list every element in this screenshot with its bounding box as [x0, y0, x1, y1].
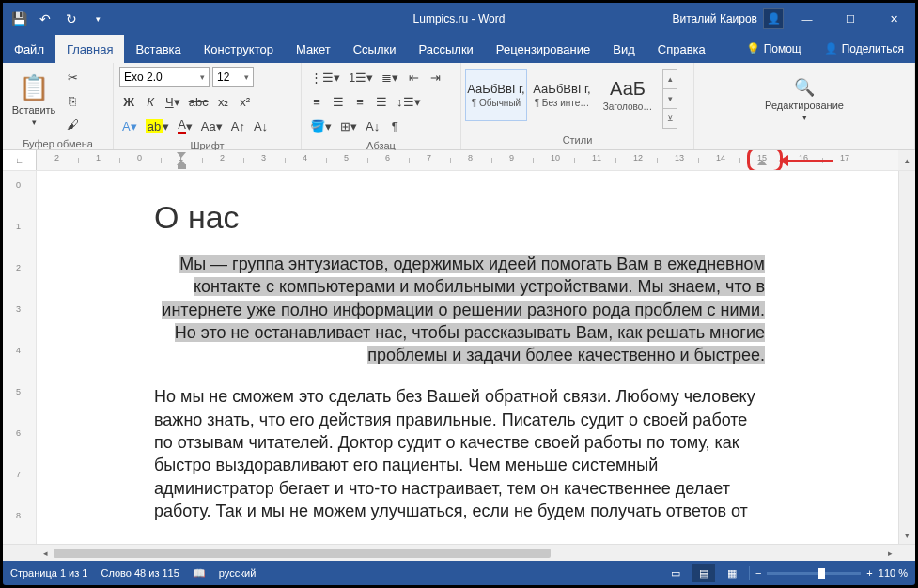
view-web-icon[interactable]: ▦: [721, 564, 743, 582]
sort-button[interactable]: A↓: [363, 116, 382, 136]
styles-scroller: ▴ ▾ ⊻: [662, 69, 677, 129]
user-name: Виталий Каиров: [672, 12, 757, 25]
superscript-button[interactable]: x²: [236, 91, 255, 112]
share-button[interactable]: 👤Поделиться: [813, 35, 915, 63]
ribbon: 📋 Вставить ▾ ✂ ⎘ 🖌 Буфер обмена Exo 2.0▾…: [3, 63, 915, 150]
italic-button[interactable]: К: [141, 91, 160, 112]
tab-help[interactable]: Справка: [646, 35, 717, 63]
cut-button[interactable]: ✂: [63, 67, 82, 87]
redo-icon[interactable]: ↻: [59, 7, 84, 31]
styles-down-icon[interactable]: ▾: [663, 89, 677, 109]
zoom-level[interactable]: 110 %: [879, 567, 908, 579]
line-spacing-button[interactable]: ↕☰▾: [394, 91, 424, 112]
quick-access-toolbar: 💾 ↶ ↻ ▾: [3, 7, 114, 31]
increase-indent-button[interactable]: ⇥: [426, 67, 444, 87]
justify-button[interactable]: ☰: [372, 91, 391, 112]
share-icon: 👤: [824, 42, 838, 55]
tab-file[interactable]: Файл: [3, 35, 55, 63]
bold-button[interactable]: Ж: [119, 91, 138, 112]
document-canvas[interactable]: О нас Мы — группа энтузиастов, одержимых…: [37, 171, 898, 544]
chevron-down-icon: ▾: [32, 117, 37, 127]
style-heading1[interactable]: АаБ Заголово…: [597, 69, 659, 121]
separator: [749, 566, 750, 580]
tab-view[interactable]: Вид: [601, 35, 646, 63]
user-account[interactable]: Виталий Каиров 👤: [672, 8, 784, 29]
scroll-left-icon[interactable]: ◂: [37, 549, 54, 558]
editing-button[interactable]: 🔍 Редактирование ▾: [779, 67, 830, 132]
paragraph: Но мы не сможем это сделать без Вашей об…: [154, 385, 765, 522]
zoom-knob[interactable]: [818, 568, 825, 579]
horizontal-scrollbar[interactable]: ◂ ▸: [3, 544, 915, 561]
scroll-up-icon[interactable]: ▴: [898, 150, 915, 170]
vertical-scrollbar[interactable]: ▾: [898, 171, 915, 544]
copy-button[interactable]: ⎘: [63, 90, 82, 111]
tab-selector[interactable]: ∟: [3, 150, 37, 170]
borders-button[interactable]: ⊞▾: [337, 116, 360, 136]
tab-mailings[interactable]: Рассылки: [407, 35, 484, 63]
font-size-combo[interactable]: 12▾: [212, 67, 254, 87]
tab-insert[interactable]: Вставка: [124, 35, 192, 63]
multilevel-button[interactable]: ≣▾: [379, 67, 401, 87]
undo-icon[interactable]: ↶: [33, 7, 57, 31]
underline-button[interactable]: Ч▾: [163, 91, 183, 112]
tell-me-button[interactable]: 💡Помощ: [735, 35, 813, 63]
ruler-row: ∟ 2101234567891011121314151617 ▴: [3, 150, 915, 171]
tab-references[interactable]: Ссылки: [342, 35, 408, 63]
subscript-button[interactable]: x₂: [214, 91, 233, 112]
zoom-slider[interactable]: [767, 572, 861, 575]
minimize-button[interactable]: —: [786, 3, 829, 35]
grow-font-button[interactable]: A↑: [228, 116, 248, 136]
paste-button[interactable]: 📋 Вставить ▾: [8, 67, 59, 132]
change-case-button[interactable]: Aa▾: [198, 116, 226, 136]
styles-more-icon[interactable]: ⊻: [663, 109, 677, 128]
close-button[interactable]: ✕: [872, 3, 915, 35]
group-clipboard: 📋 Вставить ▾ ✂ ⎘ 🖌 Буфер обмена: [3, 63, 114, 149]
bullets-button[interactable]: ⋮☰▾: [307, 67, 343, 87]
font-name-combo[interactable]: Exo 2.0▾: [119, 67, 210, 87]
view-print-icon[interactable]: ▤: [692, 564, 715, 582]
paragraph-selected: Мы — группа энтузиастов, одержимых идеей…: [154, 253, 765, 366]
align-left-button[interactable]: ≡: [307, 91, 326, 112]
tab-layout[interactable]: Макет: [285, 35, 342, 63]
chevron-down-icon: ▾: [244, 72, 249, 82]
scrollbar-track[interactable]: [54, 549, 881, 558]
shrink-font-button[interactable]: A↓: [251, 116, 271, 136]
view-read-icon[interactable]: ▭: [664, 564, 687, 582]
align-center-button[interactable]: ☰: [329, 91, 348, 112]
maximize-button[interactable]: ☐: [829, 3, 872, 35]
chevron-down-icon: ▾: [200, 72, 205, 82]
group-label: [694, 136, 914, 149]
font-color-button[interactable]: A▾: [175, 116, 195, 136]
show-marks-button[interactable]: ¶: [385, 116, 404, 136]
styles-up-icon[interactable]: ▴: [663, 70, 677, 89]
format-painter-button[interactable]: 🖌: [63, 114, 82, 134]
status-language[interactable]: русский: [219, 567, 256, 579]
shading-button[interactable]: 🪣▾: [307, 116, 335, 136]
tab-design[interactable]: Конструктор: [193, 35, 285, 63]
scroll-down-icon[interactable]: ▾: [899, 527, 915, 544]
zoom-out-button[interactable]: −: [755, 567, 761, 579]
zoom-in-button[interactable]: +: [866, 567, 872, 579]
tab-home[interactable]: Главная: [55, 35, 124, 63]
strikethrough-button[interactable]: abc: [186, 91, 211, 112]
scroll-right-icon[interactable]: ▸: [881, 549, 898, 558]
text-effects-button[interactable]: A▾: [119, 116, 140, 136]
numbering-button[interactable]: 1☰▾: [346, 67, 376, 87]
avatar-icon: 👤: [763, 8, 784, 29]
highlight-button[interactable]: ab▾: [143, 116, 172, 136]
status-words[interactable]: Слово 48 из 115: [101, 567, 179, 579]
vertical-ruler[interactable]: 012345678: [3, 171, 37, 544]
qat-customize-icon[interactable]: ▾: [86, 7, 110, 31]
align-right-button[interactable]: ≡: [350, 91, 369, 112]
status-page[interactable]: Страница 1 из 1: [10, 567, 87, 579]
style-no-spacing[interactable]: АаБбВвГг, ¶ Без инте…: [531, 69, 593, 121]
save-icon[interactable]: 💾: [7, 7, 31, 31]
scrollbar-thumb[interactable]: [54, 549, 551, 558]
horizontal-ruler[interactable]: 2101234567891011121314151617: [37, 150, 898, 170]
decrease-indent-button[interactable]: ⇤: [404, 67, 423, 87]
tab-review[interactable]: Рецензирование: [485, 35, 601, 63]
style-normal[interactable]: АаБбВвГг, ¶ Обычный: [465, 69, 527, 121]
document-heading: О нас: [154, 199, 765, 236]
proofing-icon[interactable]: 📖: [193, 567, 206, 580]
group-label: Стили: [461, 134, 693, 149]
